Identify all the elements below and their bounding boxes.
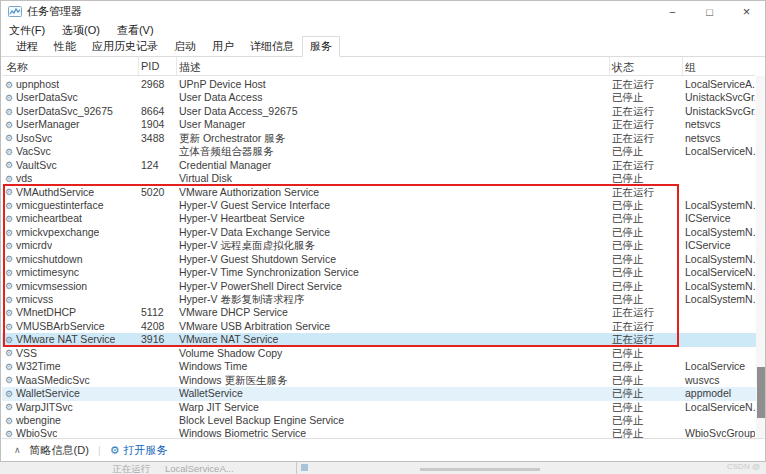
service-pid-cell xyxy=(139,199,177,212)
service-group-cell: netsvcs xyxy=(683,118,755,131)
table-row[interactable]: ⚙VSSVolume Shadow Copy已停止 xyxy=(2,347,757,360)
service-status-cell: 已停止 xyxy=(610,347,683,360)
service-name-text: UserDataSvc_92675 xyxy=(16,105,113,118)
maximize-button[interactable]: □ xyxy=(691,1,728,22)
table-row[interactable]: ⚙WalletServiceWalletService已停止appmodel xyxy=(2,387,757,400)
table-row[interactable]: ⚙UserDataSvcUser Data Access已停止UnistackS… xyxy=(2,91,757,104)
table-row[interactable]: ⚙W32TimeWindows Time已停止LocalService xyxy=(2,360,757,373)
service-desc-cell: Windows 更新医生服务 xyxy=(177,374,610,387)
table-row[interactable]: ⚙VMAuthdService5020VMware Authorization … xyxy=(2,186,757,199)
service-status-cell: 已停止 xyxy=(610,427,683,438)
table-row[interactable]: ⚙WarpJITSvcWarp JIT Service已停止LocalServi… xyxy=(2,401,757,414)
open-services-link[interactable]: 打开服务 xyxy=(124,443,168,458)
table-row[interactable]: ⚙upnphost2968UPnP Device Host正在运行LocalSe… xyxy=(2,78,757,91)
service-pid-cell: 2968 xyxy=(139,78,177,91)
table-row[interactable]: ⚙VMware NAT Service3916VMware NAT Servic… xyxy=(2,333,757,346)
service-desc-cell: WalletService xyxy=(177,387,610,400)
column-header-pid[interactable]: PID xyxy=(139,57,177,75)
service-group-cell: LocalServiceN... xyxy=(683,401,755,414)
service-desc-cell: User Data Access xyxy=(177,91,610,104)
table-row[interactable]: ⚙vmickvpexchangeHyper-V Data Exchange Se… xyxy=(2,226,757,239)
service-status-cell: 已停止 xyxy=(610,360,683,373)
table-row[interactable]: ⚙UserDataSvc_926758664User Data Access_9… xyxy=(2,105,757,118)
service-group-cell: LocalSystemN... xyxy=(683,226,755,239)
service-pid-cell: 8664 xyxy=(139,105,177,118)
column-header-description[interactable]: 描述 xyxy=(177,57,610,75)
vertical-scrollbar-thumb[interactable] xyxy=(757,367,765,418)
fewer-details-button[interactable]: 简略信息(D) xyxy=(30,443,89,458)
service-group-cell: wusvcs xyxy=(683,374,755,387)
tab-应用历史记录[interactable]: 应用历史记录 xyxy=(84,36,166,57)
service-desc-cell: Windows Time xyxy=(177,360,610,373)
minimize-button[interactable]: − xyxy=(654,1,691,22)
table-row[interactable]: ⚙UserManager1904User Manager正在运行netsvcs xyxy=(2,118,757,131)
service-name-text: W32Time xyxy=(16,360,61,373)
table-row[interactable]: ⚙VMUSBArbService4208VMware USB Arbitrati… xyxy=(2,320,757,333)
table-row[interactable]: ⚙VMnetDHCP5112VMware DHCP Service正在运行 xyxy=(2,306,757,319)
tab-性能[interactable]: 性能 xyxy=(46,36,84,57)
service-status-cell: 已停止 xyxy=(610,172,683,185)
table-row[interactable]: ⚙vmicshutdownHyper-V Guest Shutdown Serv… xyxy=(2,253,757,266)
tab-用户[interactable]: 用户 xyxy=(204,36,242,57)
table-row[interactable]: ⚙vmicguestinterfaceHyper-V Guest Service… xyxy=(2,199,757,212)
service-status-cell: 已停止 xyxy=(610,91,683,104)
service-name-cell: ⚙VMUSBArbService xyxy=(2,320,139,333)
service-name-text: vmickvpexchange xyxy=(16,226,99,239)
service-desc-cell: User Manager xyxy=(177,118,610,131)
table-row[interactable]: ⚙VacSvc立体音频组合器服务已停止LocalServiceN... xyxy=(2,145,757,158)
column-header-status[interactable]: 状态 xyxy=(610,57,683,75)
background-group-fragment: LocalServiceA... xyxy=(165,463,234,474)
tab-详细信息[interactable]: 详细信息 xyxy=(242,36,302,57)
table-row[interactable]: ⚙UsoSvc3488更新 Orchestrator 服务正在运行netsvcs xyxy=(2,132,757,145)
service-gear-icon: ⚙ xyxy=(5,416,16,426)
service-name-cell: ⚙WalletService xyxy=(2,387,139,400)
column-header-group[interactable]: 组 xyxy=(683,57,755,75)
service-status-cell: 已停止 xyxy=(610,414,683,427)
service-pid-cell xyxy=(139,172,177,185)
tab-strip: 进程性能应用历史记录启动用户详细信息服务 xyxy=(1,39,765,57)
table-row[interactable]: ⚙vmicrdvHyper-V 远程桌面虚拟化服务已停止ICService xyxy=(2,239,757,252)
service-name-cell: ⚙WaaSMedicSvc xyxy=(2,374,139,387)
task-manager-icon xyxy=(8,6,22,17)
table-row[interactable]: ⚙vmicvssHyper-V 卷影复制请求程序已停止LocalSystemN.… xyxy=(2,293,757,306)
service-pid-cell xyxy=(139,266,177,279)
background-divider-fragment xyxy=(296,462,297,474)
service-status-cell: 已停止 xyxy=(610,253,683,266)
table-row[interactable]: ⚙vmicvmsessionHyper-V PowerShell Direct … xyxy=(2,280,757,293)
service-group-cell xyxy=(683,159,755,172)
service-name-text: WalletService xyxy=(16,387,80,400)
table-row[interactable]: ⚙vdsVirtual Disk已停止 xyxy=(2,172,757,185)
service-gear-icon: ⚙ xyxy=(5,429,16,438)
service-name-cell: ⚙UserDataSvc_92675 xyxy=(2,105,139,118)
table-row[interactable]: ⚙vmictimesyncHyper-V Time Synchronizatio… xyxy=(2,266,757,279)
service-gear-icon: ⚙ xyxy=(5,241,16,251)
service-name-text: VaultSvc xyxy=(16,159,57,172)
service-desc-cell: VMware USB Arbitration Service xyxy=(177,320,610,333)
service-name-cell: ⚙VMAuthdService xyxy=(2,186,139,199)
service-pid-cell xyxy=(139,91,177,104)
service-name-text: VSS xyxy=(16,347,37,360)
service-name-text: VacSvc xyxy=(16,145,51,158)
close-button[interactable]: × xyxy=(728,1,765,22)
tab-进程[interactable]: 进程 xyxy=(8,36,46,57)
tab-启动[interactable]: 启动 xyxy=(166,36,204,57)
service-gear-icon: ⚙ xyxy=(5,80,16,90)
column-header-name[interactable]: ˆ 名称 xyxy=(2,57,139,75)
table-row[interactable]: ⚙WbioSvcWindows Biometric Service已停止Wbio… xyxy=(2,427,757,438)
tab-服务[interactable]: 服务 xyxy=(302,36,340,57)
service-name-text: vmicguestinterface xyxy=(16,199,104,212)
service-name-cell: ⚙VMnetDHCP xyxy=(2,306,139,319)
service-group-cell xyxy=(683,320,755,333)
table-row[interactable]: ⚙wbengineBlock Level Backup Engine Servi… xyxy=(2,414,757,427)
background-window-strip: 正在运行 LocalServiceA... CSDN @ xyxy=(0,462,766,474)
service-pid-cell: 1904 xyxy=(139,118,177,131)
table-row[interactable]: ⚙WaaSMedicSvcWindows 更新医生服务已停止wusvcs xyxy=(2,374,757,387)
service-gear-icon: ⚙ xyxy=(5,120,16,130)
service-name-cell: ⚙vmickvpexchange xyxy=(2,226,139,239)
task-manager-window: 任务管理器 − □ × 文件(F)选项(O)查看(V) 进程性能应用历史记录启动… xyxy=(0,0,766,462)
service-group-cell: LocalSystemN... xyxy=(683,280,755,293)
table-row[interactable]: ⚙VaultSvc124Credential Manager正在运行 xyxy=(2,159,757,172)
service-name-text: UserManager xyxy=(16,118,80,131)
table-row[interactable]: ⚙vmicheartbeatHyper-V Heartbeat Service已… xyxy=(2,212,757,225)
table-header: ˆ 名称 PID 描述 状态 组 xyxy=(2,57,755,76)
